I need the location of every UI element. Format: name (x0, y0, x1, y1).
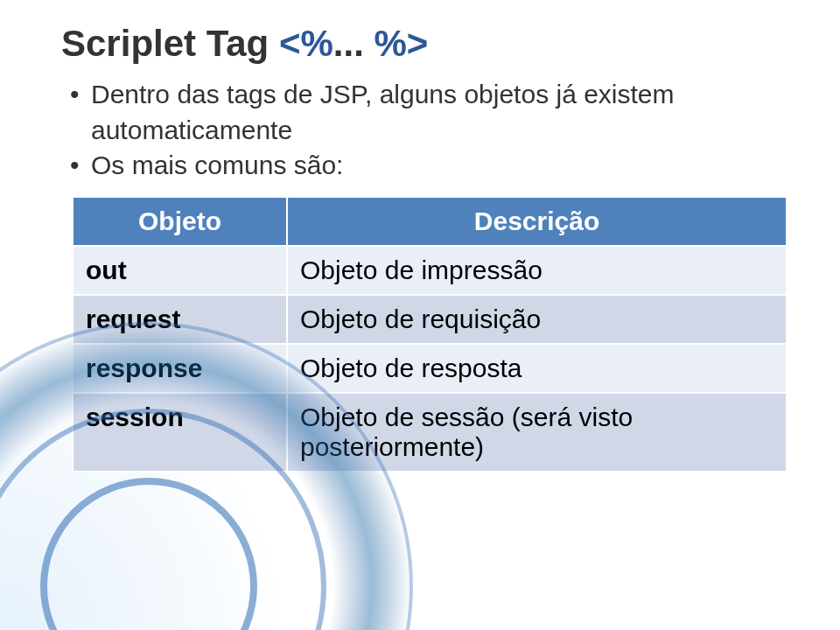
table-row: session Objeto de sessão (será visto pos… (73, 393, 787, 472)
tag-close: %> (374, 23, 429, 64)
cell-obj: response (73, 344, 287, 393)
cell-obj: session (73, 393, 287, 472)
table-row: out Objeto de impressão (73, 246, 787, 295)
table-header-objeto: Objeto (73, 197, 287, 246)
objects-table: Objeto Descrição out Objeto de impressão… (72, 196, 788, 472)
table-row: request Objeto de requisição (73, 295, 787, 344)
svg-point-2 (44, 481, 254, 630)
table-header-descricao: Descrição (287, 197, 787, 246)
list-item: Dentro das tags de JSP, alguns objetos j… (66, 77, 796, 148)
cell-desc: Objeto de sessão (será visto posteriorme… (287, 393, 787, 472)
title-dots: ... (333, 23, 374, 64)
cell-desc: Objeto de resposta (287, 344, 787, 393)
slide: Scriplet Tag <%... %> Dentro das tags de… (0, 0, 840, 630)
page-title: Scriplet Tag <%... %> (61, 23, 796, 65)
cell-obj: out (73, 246, 287, 295)
cell-desc: Objeto de requisição (287, 295, 787, 344)
bullet-list: Dentro das tags de JSP, alguns objetos j… (66, 77, 796, 184)
list-item: Os mais comuns são: (66, 148, 796, 184)
tag-open: <% (279, 23, 333, 64)
cell-desc: Objeto de impressão (287, 246, 787, 295)
title-text: Scriplet Tag (61, 23, 279, 64)
cell-obj: request (73, 295, 287, 344)
table-row: response Objeto de resposta (73, 344, 787, 393)
